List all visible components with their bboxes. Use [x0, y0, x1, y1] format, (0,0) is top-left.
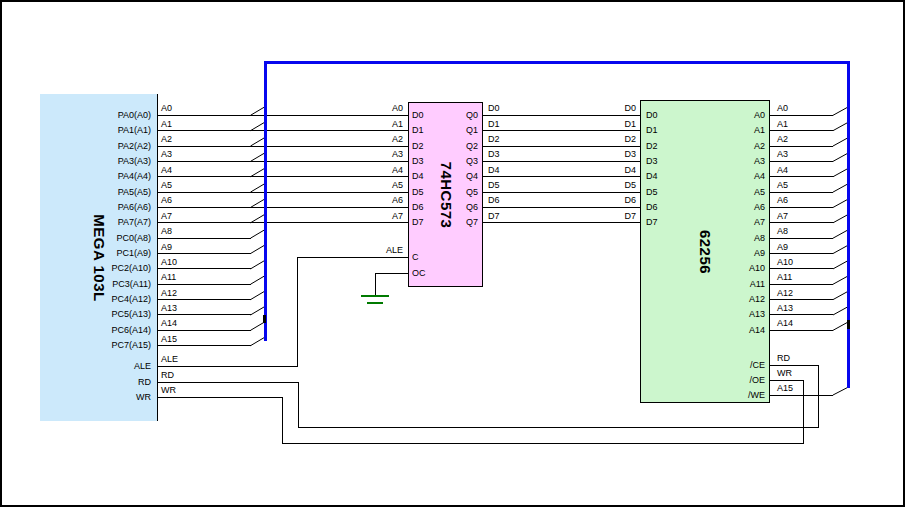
- pin-label: Q4: [418, 171, 478, 182]
- net-label: D4: [576, 165, 636, 176]
- bus-entry-diagonal: [833, 153, 848, 161]
- pin-label: D5: [646, 187, 658, 198]
- net-label: A3: [777, 149, 788, 160]
- bus-entry-diagonal: [251, 199, 265, 207]
- net-label: A9: [777, 242, 788, 253]
- bus-entry-diagonal: [833, 123, 848, 131]
- net-label: RD: [161, 370, 174, 381]
- net-label: A6: [777, 195, 788, 206]
- net-label: D1: [576, 119, 636, 130]
- pin-label: A13: [675, 309, 765, 320]
- net-label: A2: [343, 134, 403, 145]
- pin-label: A7: [675, 217, 765, 228]
- pin-label: C: [412, 252, 419, 263]
- net-label: A0: [343, 103, 403, 114]
- pin-label: /WE: [675, 390, 765, 401]
- net-label: A3: [161, 149, 172, 160]
- bus-entry-diagonal: [251, 138, 265, 146]
- net-label: A8: [777, 226, 788, 237]
- net-label: A7: [343, 211, 403, 222]
- net-label: A8: [161, 226, 172, 237]
- pin-label: A6: [675, 202, 765, 213]
- pin-label: A0: [675, 110, 765, 121]
- bus-entry-diagonal: [251, 292, 265, 300]
- bus-entry-diagonal: [251, 169, 265, 177]
- net-label: WR: [777, 368, 792, 379]
- net-label: A12: [161, 288, 177, 299]
- net-label: D1: [488, 119, 500, 130]
- net-label: A10: [161, 257, 177, 268]
- net-label: A4: [161, 165, 172, 176]
- bus-entry-diagonal: [251, 338, 265, 346]
- pin-label: D7: [646, 217, 658, 228]
- pin-label: RD: [41, 377, 151, 388]
- bus-entry-diagonal: [251, 307, 265, 315]
- net-label: A7: [777, 211, 788, 222]
- net-label: A5: [777, 180, 788, 191]
- bus-entry-diagonal: [833, 276, 848, 284]
- net-label: D7: [576, 211, 636, 222]
- net-label: A9: [161, 242, 172, 253]
- bus-entry-diagonal: [833, 292, 848, 300]
- pin-label: PC5(A13): [41, 309, 151, 320]
- net-label: A10: [777, 257, 793, 268]
- bus-entry-diagonal: [251, 123, 265, 131]
- net-label: A11: [161, 272, 176, 283]
- pin-label: Q5: [418, 187, 478, 198]
- pin-label: PC6(A14): [41, 325, 151, 336]
- pin-label: A10: [675, 263, 765, 274]
- net-label: D0: [488, 103, 500, 114]
- net-label: A15: [777, 383, 793, 394]
- bus-entry-diagonal: [833, 388, 848, 396]
- pin-label: D3: [646, 156, 658, 167]
- net-label: D7: [488, 211, 500, 222]
- pin-label: D1: [646, 125, 658, 136]
- pin-label: A9: [675, 248, 765, 259]
- net-label: RD: [777, 353, 790, 364]
- bus-entry-diagonal: [833, 169, 848, 177]
- net-label: A1: [777, 119, 788, 130]
- net-label: A13: [777, 303, 793, 314]
- pin-label: PA2(A2): [41, 141, 151, 152]
- bus-entry-diagonal: [833, 246, 848, 254]
- net-label: A2: [777, 134, 788, 145]
- pin-label: Q0: [418, 110, 478, 121]
- bus-entry-diagonal: [833, 307, 848, 315]
- net-label: A12: [777, 288, 793, 299]
- net-label: A6: [161, 195, 172, 206]
- net-label: ALE: [343, 245, 403, 256]
- bus-entry-diagonal: [251, 246, 265, 254]
- net-label: A4: [343, 165, 403, 176]
- net-label: D5: [488, 180, 500, 191]
- bus-entry-diagonal: [251, 230, 265, 238]
- pin-label: PC7(A15): [41, 340, 151, 351]
- net-label: D2: [576, 134, 636, 145]
- net-label: A5: [343, 180, 403, 191]
- pin-label: OC: [412, 268, 426, 279]
- pin-label: D6: [646, 202, 658, 213]
- pin-label: PA1(A1): [41, 125, 151, 136]
- net-label: A1: [161, 119, 172, 130]
- net-label: D6: [488, 195, 500, 206]
- bus-entry-diagonal: [833, 261, 848, 269]
- pin-label: A12: [675, 294, 765, 305]
- net-label: A7: [161, 211, 172, 222]
- pin-label: D0: [646, 110, 658, 121]
- bus-entry-diagonal: [833, 322, 848, 330]
- bus-entry-diagonal: [833, 199, 848, 207]
- net-label: WR: [161, 385, 176, 396]
- pin-label: Q7: [418, 217, 478, 228]
- pin-label: Q6: [418, 202, 478, 213]
- pin-label: Q1: [418, 125, 478, 136]
- pin-label: ALE: [41, 361, 151, 372]
- net-label: A0: [161, 103, 172, 114]
- pin-label: A11: [675, 279, 765, 290]
- schematic-canvas: MEGA 103L 74HC573 62256 A0PA0(A0)A1PA1(A…: [0, 0, 905, 507]
- bus-entry-diagonal: [251, 153, 265, 161]
- pin-label: Q2: [418, 141, 478, 152]
- net-label: D2: [488, 134, 500, 145]
- bus-entry-diagonal: [833, 138, 848, 146]
- net-label: A15: [161, 334, 177, 345]
- net-label: A14: [777, 318, 793, 329]
- pin-label: /CE: [675, 360, 765, 371]
